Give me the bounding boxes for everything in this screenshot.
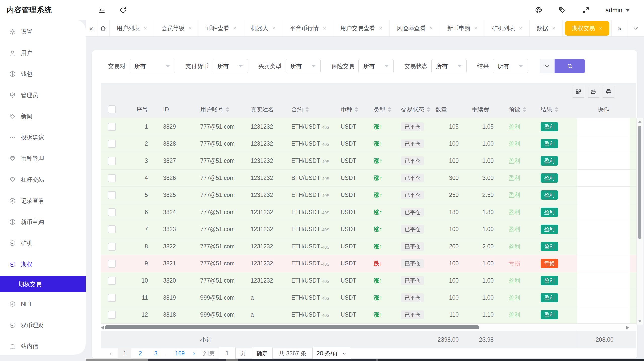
tab-close-icon[interactable]: ×: [144, 25, 147, 32]
tab-close-icon[interactable]: ×: [379, 25, 382, 32]
sidebar-item-6[interactable]: 币种管理: [0, 148, 86, 169]
tabs-scroll-left[interactable]: «: [86, 20, 97, 36]
vertical-scroll-thumb[interactable]: [638, 126, 641, 239]
sidebar-subitem-12[interactable]: 期权交易: [0, 276, 86, 292]
sidebar-item-7[interactable]: 杠杆交易: [0, 169, 86, 190]
sort-arrows-icon[interactable]: [427, 107, 430, 112]
tab-close-icon[interactable]: ×: [233, 25, 236, 32]
tab-close-icon[interactable]: ×: [474, 25, 478, 32]
sort-arrows-icon[interactable]: [355, 107, 358, 112]
tab-1[interactable]: 会员等级×: [154, 20, 199, 36]
sort-arrows-icon[interactable]: [305, 107, 309, 112]
tab-2[interactable]: 币种查看×: [199, 20, 244, 36]
row-checkbox[interactable]: [108, 157, 116, 165]
tab-close-icon[interactable]: ×: [323, 25, 326, 32]
row-checkbox[interactable]: [108, 294, 116, 302]
filter-select-2[interactable]: 所有: [286, 59, 321, 73]
tab-close-icon[interactable]: ×: [188, 25, 192, 32]
tab-close-icon[interactable]: ×: [430, 25, 433, 32]
filter-select-1[interactable]: 所有: [213, 59, 248, 73]
filter-select-0[interactable]: 所有: [130, 59, 175, 73]
row-checkbox[interactable]: [108, 140, 116, 148]
fullscreen-icon[interactable]: [582, 6, 590, 14]
tab-close-icon[interactable]: ×: [599, 25, 602, 32]
refresh-icon[interactable]: [119, 6, 127, 14]
column-header-account[interactable]: 用户账号: [194, 101, 245, 118]
sidebar-item-13[interactable]: NFT: [0, 293, 86, 314]
goto-page-input[interactable]: 1: [219, 347, 236, 360]
page-number-169[interactable]: 169: [173, 348, 186, 359]
sidebar-item-0[interactable]: 设置: [0, 21, 86, 42]
sort-arrows-icon[interactable]: [555, 107, 558, 112]
tab-close-icon[interactable]: ×: [272, 25, 275, 32]
tab-8[interactable]: 矿机列表×: [485, 20, 530, 36]
tab-close-icon[interactable]: ×: [552, 25, 555, 32]
row-checkbox[interactable]: [108, 225, 116, 233]
print-button[interactable]: [603, 86, 614, 98]
column-header-preset[interactable]: 预设: [503, 101, 536, 118]
user-menu[interactable]: admin: [605, 7, 630, 14]
page-number-2[interactable]: 2: [134, 348, 147, 359]
sort-arrows-icon[interactable]: [388, 107, 391, 112]
tab-close-icon[interactable]: ×: [519, 25, 522, 32]
tab-4[interactable]: 平台币行情×: [283, 20, 333, 36]
row-checkbox[interactable]: [108, 277, 116, 285]
tab-7[interactable]: 新币申购×: [440, 20, 485, 36]
sidebar-item-9[interactable]: 新币申购: [0, 211, 86, 232]
sidebar-item-1[interactable]: 用户: [0, 42, 86, 63]
row-checkbox[interactable]: [108, 123, 116, 131]
row-checkbox[interactable]: [108, 243, 116, 251]
tab-9[interactable]: 数据×: [530, 20, 563, 36]
page-size-select[interactable]: 20 条/页: [312, 347, 351, 360]
filter-select-3[interactable]: 所有: [358, 59, 394, 73]
tab-0[interactable]: 用户列表×: [110, 20, 154, 36]
tabs-dropdown[interactable]: [628, 20, 644, 36]
filter-select-5[interactable]: 所有: [493, 59, 528, 73]
sort-arrows-icon[interactable]: [523, 107, 526, 112]
collapse-sidebar-icon[interactable]: [98, 6, 106, 14]
page-number-3[interactable]: 3: [149, 348, 163, 359]
sidebar-item-2[interactable]: 钱包: [0, 63, 86, 85]
select-all-checkbox[interactable]: [108, 105, 116, 113]
column-header-status[interactable]: 交易状态: [396, 101, 432, 118]
column-settings-button[interactable]: [573, 86, 584, 98]
theme-palette-icon[interactable]: [534, 6, 543, 14]
tag-tool-icon[interactable]: [558, 6, 567, 14]
column-header-contract[interactable]: 合约: [285, 101, 335, 118]
export-button[interactable]: [588, 86, 599, 98]
filter-expand-button[interactable]: [540, 59, 555, 73]
row-checkbox[interactable]: [108, 208, 116, 216]
tab-3[interactable]: 机器人×: [244, 20, 283, 36]
home-tab[interactable]: [97, 20, 110, 36]
tab-10[interactable]: 期权交易×: [565, 21, 609, 36]
page-prev-button[interactable]: ‹: [106, 350, 116, 357]
sidebar-item-5[interactable]: 投拆建议: [0, 127, 86, 148]
row-checkbox[interactable]: [108, 311, 116, 319]
goto-confirm-button[interactable]: 确定: [252, 347, 273, 360]
sort-arrows-icon[interactable]: [226, 107, 229, 112]
row-checkbox[interactable]: [108, 260, 116, 268]
tab-5[interactable]: 用户交易查看×: [333, 20, 390, 36]
page-number-1[interactable]: 1: [118, 348, 131, 359]
row-checkbox[interactable]: [108, 191, 116, 199]
vertical-scrollbar[interactable]: [636, 118, 643, 325]
column-header-result[interactable]: 结果: [536, 101, 577, 118]
scroll-up-arrow[interactable]: [638, 120, 642, 123]
sidebar-item-11[interactable]: 期权: [0, 254, 86, 275]
horizontal-scroll-thumb[interactable]: [105, 325, 479, 329]
scroll-down-arrow[interactable]: [638, 320, 642, 323]
horizontal-scrollbar[interactable]: [101, 325, 636, 331]
column-header-coin[interactable]: 币种: [335, 101, 367, 118]
filter-select-4[interactable]: 所有: [431, 59, 467, 73]
tabs-scroll-right[interactable]: »: [611, 20, 628, 36]
sidebar-item-3[interactable]: 管理员: [0, 85, 86, 106]
column-header-type[interactable]: 类型: [367, 101, 396, 118]
search-button[interactable]: [555, 59, 585, 73]
sidebar-item-8[interactable]: 记录查看: [0, 190, 86, 211]
scroll-right-arrow[interactable]: [626, 326, 629, 329]
tab-6[interactable]: 风险率查看×: [390, 20, 440, 36]
sidebar-item-15[interactable]: 站内信: [0, 336, 86, 355]
sidebar-item-14[interactable]: 双币理财: [0, 314, 86, 336]
scroll-left-arrow[interactable]: [101, 326, 104, 329]
sidebar-item-10[interactable]: 矿机: [0, 232, 86, 254]
